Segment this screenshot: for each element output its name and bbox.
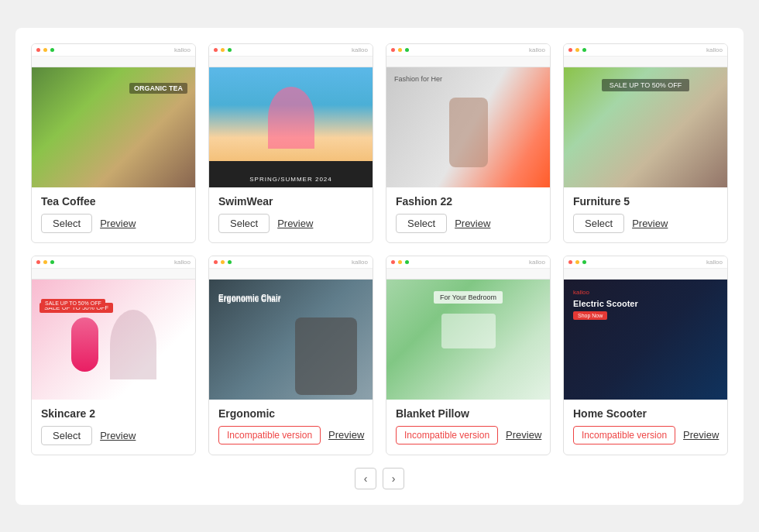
card-fashion-22: kalloo Fashion for Her Fashion 22 Select… [386, 43, 551, 243]
card-actions-tea-coffee: Select Preview [41, 214, 186, 233]
preview-button-swimwear[interactable]: Preview [277, 218, 313, 229]
card-image-tea-coffee: kalloo [32, 44, 195, 187]
card-body-skincare-2: Skincare 2 Select Preview [32, 400, 195, 455]
card-body-tea-coffee: Tea Coffee Select Preview [32, 187, 195, 242]
card-title-home-scooter: Home Scooter [573, 407, 718, 420]
card-actions-ergonomic: Incompatible version Preview [218, 426, 363, 444]
card-image-fashion-22: kalloo Fashion for Her [386, 44, 550, 187]
preview-button-ergonomic[interactable]: Preview [328, 429, 364, 441]
card-body-home-scooter: Home Scooter Incompatible version Previe… [564, 400, 727, 454]
theme-grid-row-1: kalloo Tea Coffee Select Preview [31, 43, 728, 243]
card-tea-coffee: kalloo Tea Coffee Select Preview [31, 43, 196, 243]
card-title-ergonomic: Ergonomic [218, 407, 363, 420]
card-skincare-2: kalloo SALE UP TO 50% OFF Skincare 2 Sel… [31, 256, 196, 455]
card-image-ergonomic: kalloo Ergonomic Chair [209, 256, 373, 400]
card-actions-swimwear: Select Preview [218, 214, 363, 233]
theme-grid-container: kalloo Tea Coffee Select Preview [15, 28, 744, 505]
card-title-furniture-5: Furniture 5 [573, 195, 718, 208]
pagination: ‹ › [31, 468, 728, 489]
card-furniture-5: kalloo SALE UP TO 50% OFF Furniture 5 Se… [563, 43, 728, 243]
card-title-tea-coffee: Tea Coffee [41, 195, 186, 208]
card-home-scooter: kalloo kalloo Electric Scooter Shop Now … [563, 256, 728, 455]
card-image-skincare-2: kalloo SALE UP TO 50% OFF [32, 256, 195, 400]
card-body-furniture-5: Furniture 5 Select Preview [564, 187, 727, 242]
card-actions-blanket-pillow: Incompatible version Preview [396, 426, 541, 444]
preview-button-fashion-22[interactable]: Preview [455, 218, 490, 229]
card-image-swimwear: kalloo SPRING/SUMMER 2024 [209, 44, 373, 187]
card-actions-fashion-22: Select Preview [396, 214, 541, 233]
incompatible-button-ergonomic[interactable]: Incompatible version [218, 426, 321, 444]
card-ergonomic: kalloo Ergonomic Chair Ergonomic Incompa… [208, 256, 373, 455]
preview-button-blanket-pillow[interactable]: Preview [506, 429, 541, 441]
incompatible-button-home-scooter[interactable]: Incompatible version [573, 426, 675, 444]
card-title-swimwear: SwimWear [218, 195, 363, 208]
theme-grid-row-2: kalloo SALE UP TO 50% OFF Skincare 2 Sel… [31, 256, 728, 455]
preview-button-skincare-2[interactable]: Preview [100, 430, 136, 441]
card-actions-home-scooter: Incompatible version Preview [573, 426, 718, 444]
card-title-skincare-2: Skincare 2 [41, 407, 186, 420]
card-title-blanket-pillow: Blanket Pillow [396, 407, 541, 420]
preview-button-home-scooter[interactable]: Preview [683, 429, 719, 441]
select-button-tea-coffee[interactable]: Select [41, 214, 92, 233]
card-blanket-pillow: kalloo For Your Bedroom Blanket Pillow I… [386, 256, 551, 455]
card-body-swimwear: SwimWear Select Preview [209, 187, 373, 242]
card-body-fashion-22: Fashion 22 Select Preview [386, 187, 550, 242]
card-title-fashion-22: Fashion 22 [396, 195, 541, 208]
select-button-furniture-5[interactable]: Select [573, 214, 624, 233]
card-image-furniture-5: kalloo SALE UP TO 50% OFF [564, 44, 727, 187]
card-image-blanket-pillow: kalloo For Your Bedroom [386, 256, 550, 400]
prev-page-button[interactable]: ‹ [355, 468, 376, 489]
select-button-fashion-22[interactable]: Select [396, 214, 447, 233]
preview-button-tea-coffee[interactable]: Preview [100, 218, 136, 229]
next-page-button[interactable]: › [383, 468, 404, 489]
card-image-home-scooter: kalloo kalloo Electric Scooter Shop Now [564, 256, 727, 400]
select-button-swimwear[interactable]: Select [218, 214, 270, 233]
card-swimwear: kalloo SPRING/SUMMER 2024 SwimWear Selec… [208, 43, 373, 243]
select-button-skincare-2[interactable]: Select [41, 426, 92, 445]
card-actions-skincare-2: Select Preview [41, 426, 186, 445]
incompatible-button-blanket-pillow[interactable]: Incompatible version [396, 426, 498, 444]
card-body-blanket-pillow: Blanket Pillow Incompatible version Prev… [386, 400, 550, 454]
card-body-ergonomic: Ergonomic Incompatible version Preview [209, 400, 373, 454]
card-actions-furniture-5: Select Preview [573, 214, 718, 233]
preview-button-furniture-5[interactable]: Preview [632, 218, 668, 229]
